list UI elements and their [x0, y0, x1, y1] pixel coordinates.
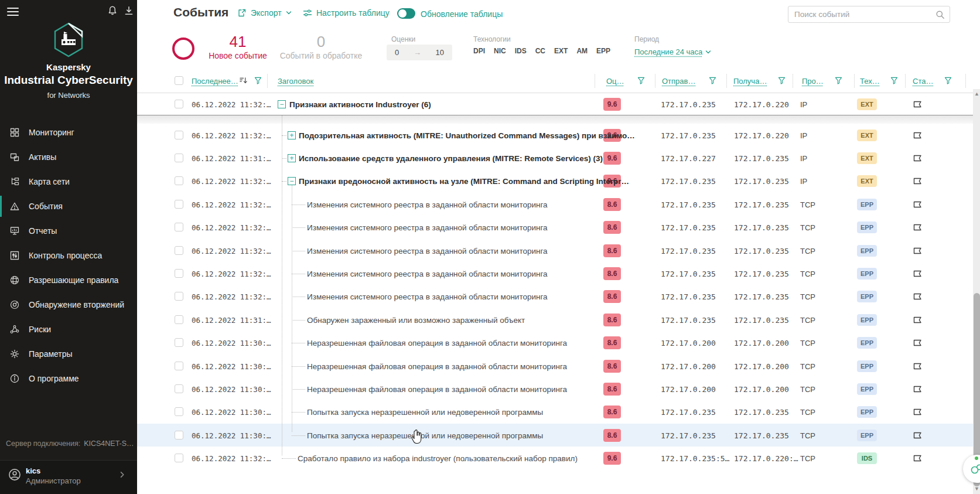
table-row[interactable]: 06.12.2022 11:31:… Обнаружен зараженный …	[137, 308, 973, 331]
status-flag-icon[interactable]	[913, 154, 922, 163]
status-flag-icon[interactable]	[913, 384, 922, 394]
search-icon[interactable]	[935, 10, 945, 19]
status-flag-icon[interactable]	[913, 362, 922, 371]
sidebar-item-globe[interactable]: Разрешающие правила	[0, 268, 137, 292]
vertical-scrollbar[interactable]: ▲ ▼	[973, 89, 980, 494]
row-checkbox[interactable]	[175, 223, 183, 231]
tech-filter-EPP[interactable]: EPP	[596, 47, 610, 55]
user-account[interactable]: kics Администратор	[0, 460, 137, 494]
tech-filter-DPI[interactable]: DPI	[473, 47, 485, 55]
new-events-stat[interactable]: 41 Новое событие	[197, 33, 279, 60]
row-title[interactable]: Обнаружен зараженный или возможно зараже…	[307, 315, 525, 324]
tech-filter-AM[interactable]: AM	[576, 47, 588, 55]
tech-filter-EXT[interactable]: EXT	[554, 47, 568, 55]
row-checkbox[interactable]	[175, 407, 183, 416]
table-row[interactable]: 06.12.2022 11:32:… Изменения системного …	[137, 216, 973, 239]
table-row[interactable]: 06.12.2022 11:30:… Неразрешенная файлова…	[137, 377, 973, 400]
row-title[interactable]: Изменения системного реестра в заданной …	[307, 292, 548, 301]
filter-funnel-icon[interactable]	[254, 77, 262, 84]
row-title[interactable]: Изменения системного реестра в заданной …	[307, 270, 548, 278]
export-button[interactable]: Экспорт	[237, 8, 292, 18]
sidebar-item-grid[interactable]: Мониторинг	[0, 120, 137, 145]
row-checkbox[interactable]	[175, 269, 183, 278]
expand-toggle-icon[interactable]: −	[278, 100, 286, 108]
configure-table-button[interactable]: Настроить таблицу	[303, 8, 390, 18]
column-header-sender[interactable]: Отправ…	[662, 77, 695, 86]
column-header-score[interactable]: Оц…	[606, 77, 624, 86]
filter-funnel-icon[interactable]	[709, 77, 716, 84]
notifications-bell-icon[interactable]	[107, 5, 118, 16]
status-flag-icon[interactable]	[913, 176, 922, 186]
column-header-date[interactable]: Последнее…	[192, 77, 238, 86]
score-range-filter[interactable]: 0 → 10	[387, 45, 452, 60]
row-checkbox[interactable]	[175, 362, 183, 370]
row-checkbox[interactable]	[175, 246, 183, 255]
status-flag-icon[interactable]	[913, 315, 922, 325]
table-row[interactable]: 06.12.2022 11:30:… Попытка запуска нераз…	[137, 424, 973, 447]
row-title[interactable]: Признаки активности Industroyer (6)	[289, 100, 431, 108]
sidebar-item-assets[interactable]: Активы	[0, 145, 137, 169]
row-checkbox[interactable]	[175, 200, 183, 209]
search-input[interactable]	[794, 6, 929, 22]
table-row[interactable]: 06.12.2022 11:32:… Сработало правило из …	[137, 447, 973, 469]
table-row[interactable]: 06.12.2022 11:32:… Изменения системного …	[137, 285, 973, 308]
expand-toggle-icon[interactable]: +	[288, 131, 296, 139]
score-min-value[interactable]: 0	[395, 48, 399, 57]
status-flag-icon[interactable]	[913, 292, 922, 301]
column-header-status[interactable]: Ста…	[913, 77, 933, 86]
row-checkbox[interactable]	[175, 431, 183, 440]
row-title[interactable]: Попытка запуска неразрешенной или недове…	[307, 431, 543, 440]
scroll-up-arrow[interactable]: ▲	[974, 91, 979, 97]
row-title[interactable]: Изменения системного реестра в заданной …	[307, 200, 548, 209]
expand-toggle-icon[interactable]: −	[288, 177, 296, 185]
sidebar-item-process[interactable]: Контроль процесса	[0, 243, 137, 268]
score-max-value[interactable]: 10	[436, 48, 444, 57]
status-flag-icon[interactable]	[913, 431, 922, 440]
filter-funnel-icon[interactable]	[835, 77, 842, 84]
sidebar-item-radar[interactable]: Обнаружение вторжений	[0, 292, 137, 317]
status-flag-icon[interactable]	[913, 269, 922, 278]
sidebar-item-netmap[interactable]: Карта сети	[0, 169, 137, 194]
sidebar-item-info[interactable]: О программе	[0, 366, 137, 391]
table-row[interactable]: 06.12.2022 11:32:… − Признаки вредоносно…	[137, 170, 973, 193]
status-flag-icon[interactable]	[913, 100, 922, 109]
filter-funnel-icon[interactable]	[778, 77, 786, 84]
status-flag-icon[interactable]	[913, 223, 922, 232]
sidebar-item-warning[interactable]: События	[0, 194, 137, 219]
column-header-technology[interactable]: Тех…	[860, 77, 880, 86]
row-checkbox[interactable]	[175, 100, 183, 108]
row-title[interactable]: Использование средств удаленного управле…	[299, 154, 603, 163]
column-header-protocol[interactable]: Про…	[802, 77, 824, 86]
status-flag-icon[interactable]	[913, 200, 922, 209]
filter-funnel-icon[interactable]	[944, 77, 952, 84]
row-title[interactable]: Изменения системного реестра в заданной …	[307, 246, 548, 255]
sidebar-item-report[interactable]: Отчеты	[0, 219, 137, 243]
tech-filter-CC[interactable]: CC	[535, 47, 545, 55]
processing-events-stat[interactable]: 0 Событий в обработке	[277, 33, 365, 60]
row-title[interactable]: Неразрешенная файловая операция в заданн…	[307, 384, 567, 393]
row-checkbox[interactable]	[175, 315, 183, 324]
table-row[interactable]: 06.12.2022 11:32:… Изменения системного …	[137, 193, 973, 216]
status-flag-icon[interactable]	[913, 338, 922, 347]
tech-filter-IDS[interactable]: IDS	[515, 47, 527, 55]
status-flag-icon[interactable]	[913, 246, 922, 255]
table-row[interactable]: 06.12.2022 11:30:… Попытка запуска нераз…	[137, 401, 973, 424]
hamburger-menu-icon[interactable]	[7, 8, 19, 16]
table-row[interactable]: 06.12.2022 11:30:… Неразрешенная файлова…	[137, 332, 973, 355]
table-refresh-toggle[interactable]	[397, 8, 415, 19]
tech-filter-NIC[interactable]: NIC	[494, 47, 506, 55]
row-title[interactable]: Неразрешенная файловая операция в заданн…	[307, 339, 567, 347]
row-title[interactable]: Неразрешенная файловая операция в заданн…	[307, 362, 567, 370]
table-row[interactable]: 06.12.2022 11:31:… + Использование средс…	[137, 147, 973, 169]
table-row[interactable]: 06.12.2022 11:32:… Изменения системного …	[137, 262, 973, 285]
download-icon[interactable]	[124, 5, 134, 16]
row-checkbox[interactable]	[175, 292, 183, 301]
row-title[interactable]: Попытка запуска неразрешенной или недове…	[307, 408, 543, 417]
table-row[interactable]: 06.12.2022 11:32:… − Признаки активности…	[137, 93, 973, 115]
row-title[interactable]: Изменения системного реестра в заданной …	[307, 223, 548, 232]
select-all-checkbox[interactable]	[175, 76, 183, 85]
status-flag-icon[interactable]	[913, 131, 922, 140]
column-header-receiver[interactable]: Получа…	[733, 77, 767, 86]
expand-toggle-icon[interactable]: +	[288, 154, 296, 162]
status-flag-icon[interactable]	[913, 454, 922, 463]
